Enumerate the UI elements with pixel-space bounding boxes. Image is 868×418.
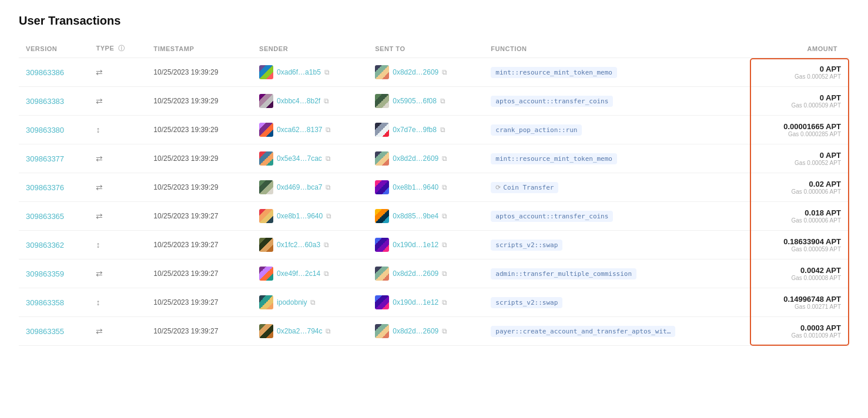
amount-cell: 0.00001665 APTGas 0.0000285 APT — [750, 116, 849, 144]
receiver-address[interactable]: 0x8d85…9be4 — [393, 212, 438, 220]
sender-copy-icon[interactable]: ⧉ — [324, 241, 329, 249]
timestamp: 10/25/2023 19:39:27 — [146, 259, 252, 288]
receiver-address[interactable]: 0x190d…1e12 — [393, 241, 438, 249]
sender-address[interactable]: 0x2ba2…794c — [277, 327, 322, 335]
sender-copy-icon[interactable]: ⧉ — [324, 68, 330, 76]
receiver-address[interactable]: 0x190d…1e12 — [393, 298, 438, 306]
receiver-cell: 0x8d2d…2609⧉ — [375, 65, 477, 79]
amount-main: 0.018 APT — [758, 208, 841, 217]
receiver-address[interactable]: 0x7d7e…9fb8 — [393, 126, 437, 134]
sender-avatar — [259, 324, 273, 338]
version-link[interactable]: 309863362 — [26, 241, 64, 250]
receiver-cell: 0x8d2d…2609⧉ — [375, 267, 477, 281]
version-link[interactable]: 309863359 — [26, 269, 64, 278]
sender-cell: 0xca62…8137⧉ — [259, 123, 361, 137]
receiver-copy-icon[interactable]: ⧉ — [442, 269, 447, 278]
sender-address[interactable]: 0x5e34…7cac — [277, 154, 322, 163]
receiver-address[interactable]: 0x8d2d…2609 — [393, 269, 438, 278]
sender-copy-icon[interactable]: ⧉ — [310, 298, 316, 306]
receiver-copy-icon[interactable]: ⧉ — [442, 183, 447, 191]
amount-cell: 0.0003 APTGas 0.001009 APT — [750, 317, 849, 346]
receiver-address[interactable]: 0x5905…6f08 — [393, 97, 437, 105]
receiver-avatar — [375, 151, 389, 166]
receiver-avatar — [375, 209, 389, 223]
type-icon: ↕ — [96, 240, 100, 250]
table-row: 309863380↕10/25/2023 19:39:290xca62…8137… — [19, 116, 849, 144]
sender-copy-icon[interactable]: ⧉ — [324, 97, 329, 105]
amount-main: 0.18633904 APT — [758, 237, 841, 246]
amount-cell: 0 APTGas 0.00052 APT — [750, 144, 849, 173]
table-row: 309863358↕10/25/2023 19:39:27ipodobniy⧉0… — [19, 288, 849, 317]
version-link[interactable]: 309863376 — [26, 183, 64, 192]
receiver-cell: 0x8d85…9be4⧉ — [375, 209, 477, 223]
amount-cell: 0.0042 APTGas 0.000008 APT — [750, 259, 849, 288]
table-row: 309863376⇄10/25/2023 19:39:290xd469…bca7… — [19, 173, 849, 202]
sender-address[interactable]: ipodobniy — [277, 298, 307, 306]
sender-address[interactable]: 0xad6f…a1b5 — [277, 68, 321, 76]
receiver-address[interactable]: 0x8d2d…2609 — [393, 154, 438, 163]
receiver-cell: 0x5905…6f08⧉ — [375, 94, 477, 108]
sender-copy-icon[interactable]: ⧉ — [324, 269, 329, 278]
type-icon: ⇄ — [96, 68, 103, 77]
table-row: 309863355⇄10/25/2023 19:39:270x2ba2…794c… — [19, 317, 849, 346]
type-icon: ⇄ — [96, 211, 103, 221]
sender-avatar — [259, 94, 273, 108]
receiver-avatar — [375, 324, 389, 338]
sender-avatar — [259, 267, 273, 281]
sender-cell: 0xe49f…2c14⧉ — [259, 267, 361, 281]
version-link[interactable]: 309863386 — [26, 68, 64, 77]
timestamp: 10/25/2023 19:39:29 — [146, 144, 252, 173]
receiver-copy-icon[interactable]: ⧉ — [442, 212, 447, 220]
sender-copy-icon[interactable]: ⧉ — [326, 126, 331, 134]
sender-cell: 0x1fc2…60a3⧉ — [259, 238, 361, 252]
type-icon: ⇄ — [96, 269, 103, 278]
receiver-copy-icon[interactable]: ⧉ — [442, 154, 447, 163]
receiver-copy-icon[interactable]: ⧉ — [440, 97, 445, 105]
info-icon[interactable]: ⓘ — [118, 45, 125, 52]
receiver-address[interactable]: 0x8d2d…2609 — [393, 327, 438, 335]
version-link[interactable]: 309863377 — [26, 154, 64, 163]
sender-copy-icon[interactable]: ⧉ — [326, 183, 331, 191]
sender-address[interactable]: 0xd469…bca7 — [277, 183, 322, 191]
amount-gas: Gas 0.00052 APT — [758, 160, 841, 166]
receiver-copy-icon[interactable]: ⧉ — [442, 327, 447, 335]
version-link[interactable]: 309863355 — [26, 327, 64, 336]
version-link[interactable]: 309863358 — [26, 298, 64, 307]
amount-main: 0.00001665 APT — [758, 122, 841, 131]
receiver-address[interactable]: 0xe8b1…9640 — [393, 183, 438, 191]
function-badge: mint::resource_mint_token_memo — [491, 153, 617, 164]
amount-cell: 0.02 APTGas 0.000006 APT — [750, 173, 849, 202]
sender-address[interactable]: 0xca62…8137 — [277, 126, 322, 134]
sender-avatar — [259, 295, 273, 309]
version-link[interactable]: 309863365 — [26, 212, 64, 221]
receiver-copy-icon[interactable]: ⧉ — [442, 298, 447, 306]
amount-main: 0 APT — [758, 151, 841, 160]
receiver-cell: 0xe8b1…9640⧉ — [375, 180, 477, 194]
amount-main: 0 APT — [758, 93, 841, 102]
version-link[interactable]: 309863380 — [26, 126, 64, 134]
receiver-copy-icon[interactable]: ⧉ — [442, 241, 447, 249]
sender-avatar — [259, 180, 273, 194]
receiver-avatar — [375, 238, 389, 252]
sender-copy-icon[interactable]: ⧉ — [326, 327, 331, 335]
receiver-copy-icon[interactable]: ⧉ — [442, 68, 447, 76]
amount-gas: Gas 0.001009 APT — [758, 332, 841, 339]
amount-gas: Gas 0.00052 APT — [758, 73, 841, 80]
receiver-address[interactable]: 0x8d2d…2609 — [393, 68, 438, 76]
col-type: TYPE ⓘ — [89, 39, 146, 58]
col-amount: AMOUNT — [750, 39, 849, 58]
table-row: 309863365⇄10/25/2023 19:39:270xe8b1…9640… — [19, 202, 849, 231]
version-link[interactable]: 309863383 — [26, 97, 64, 106]
sender-address[interactable]: 0x1fc2…60a3 — [277, 241, 320, 249]
type-icon: ⇄ — [96, 154, 103, 163]
function-badge: scripts_v2::swap — [491, 240, 562, 251]
sender-address[interactable]: 0xe49f…2c14 — [277, 269, 320, 278]
sender-copy-icon[interactable]: ⧉ — [326, 212, 331, 220]
receiver-copy-icon[interactable]: ⧉ — [440, 126, 445, 134]
transactions-table: VERSION TYPE ⓘ TIMESTAMP SENDER SENT TO … — [19, 39, 849, 346]
sender-copy-icon[interactable]: ⧉ — [326, 154, 331, 163]
amount-main: 0.02 APT — [758, 180, 841, 188]
sender-address[interactable]: 0xe8b1…9640 — [277, 212, 323, 220]
sender-address[interactable]: 0xbbc4…8b2f — [277, 97, 320, 105]
timestamp: 10/25/2023 19:39:27 — [146, 317, 252, 346]
